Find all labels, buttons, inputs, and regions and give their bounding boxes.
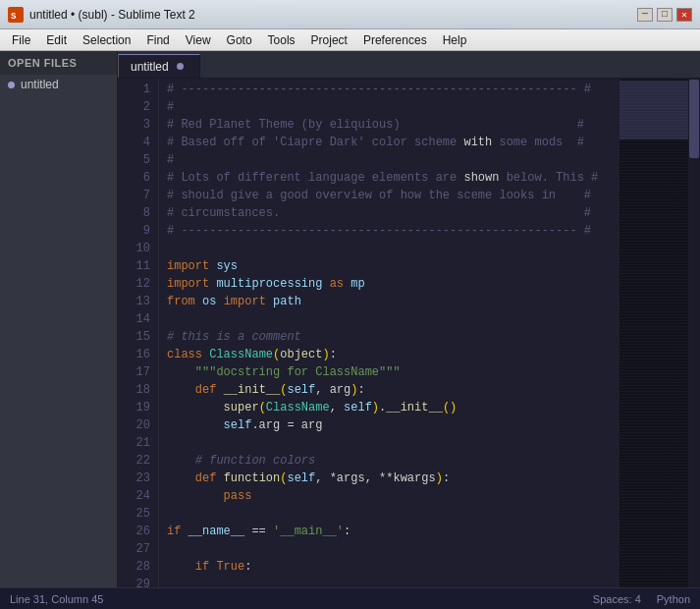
line-number: 11 (118, 257, 150, 275)
tab-modified-dot (177, 63, 184, 70)
line-numbers: 1 2 3 4 5 6 7 8 9 10 11 12 13 14 15 16 1… (118, 79, 159, 587)
menubar: FileEditSelectionFindViewGotoToolsProjec… (0, 29, 700, 51)
line-number: 20 (118, 416, 150, 434)
line-number: 12 (118, 275, 150, 293)
open-files-header: OPEN FILES (0, 51, 117, 75)
menu-item-project[interactable]: Project (303, 29, 355, 50)
menu-item-help[interactable]: Help (435, 29, 475, 50)
line-number: 22 (118, 452, 150, 470)
editor-area: untitled 1 2 3 4 5 6 7 8 9 10 11 12 13 1… (118, 51, 700, 587)
sidebar: OPEN FILES untitled (0, 51, 118, 587)
window-controls[interactable]: ─ □ ✕ (637, 8, 692, 22)
maximize-button[interactable]: □ (657, 8, 673, 22)
scrollbar[interactable] (688, 79, 700, 587)
line-number: 16 (118, 346, 150, 363)
svg-text:S: S (11, 12, 17, 22)
status-right: Spaces: 4 Python (593, 593, 690, 605)
line-number: 8 (118, 204, 150, 222)
language-mode[interactable]: Python (657, 593, 690, 605)
line-number: 3 (118, 116, 150, 134)
minimize-button[interactable]: ─ (637, 8, 653, 22)
sidebar-file-untitled[interactable]: untitled (0, 75, 117, 94)
line-number: 17 (118, 363, 150, 381)
menu-item-edit[interactable]: Edit (38, 29, 75, 50)
line-number: 15 (118, 328, 150, 346)
tab-bar: untitled (118, 51, 700, 79)
sidebar-filename: untitled (21, 78, 59, 91)
line-number: 26 (118, 523, 150, 540)
scrollbar-thumb[interactable] (689, 80, 699, 158)
line-number: 23 (118, 470, 150, 487)
line-number: 19 (118, 399, 150, 416)
line-number: 21 (118, 434, 150, 452)
menu-item-view[interactable]: View (178, 29, 219, 50)
code-container: 1 2 3 4 5 6 7 8 9 10 11 12 13 14 15 16 1… (118, 79, 700, 587)
statusbar: Line 31, Column 45 Spaces: 4 Python (0, 587, 700, 609)
menu-item-selection[interactable]: Selection (75, 29, 138, 50)
line-number: 10 (118, 240, 150, 257)
indentation-info[interactable]: Spaces: 4 (593, 593, 641, 605)
tab-label: untitled (131, 60, 169, 74)
line-number: 2 (118, 98, 150, 116)
line-number: 28 (118, 558, 150, 576)
menu-item-find[interactable]: Find (138, 29, 177, 50)
menu-item-goto[interactable]: Goto (219, 29, 260, 50)
line-number: 27 (118, 540, 150, 558)
code-editor[interactable]: # --------------------------------------… (159, 79, 619, 587)
line-number: 14 (118, 310, 150, 328)
line-number: 5 (118, 151, 150, 169)
file-dot-icon (8, 82, 15, 88)
line-number: 13 (118, 293, 150, 310)
main-area: OPEN FILES untitled untitled 1 2 3 4 5 6 (0, 51, 700, 587)
window-title: untitled • (subl) - Sublime Text 2 (29, 8, 692, 22)
line-number: 18 (118, 381, 150, 399)
line-number: 29 (118, 576, 150, 587)
menu-item-preferences[interactable]: Preferences (355, 29, 435, 50)
minimap-content (619, 79, 688, 587)
cursor-position: Line 31, Column 45 (10, 593, 103, 605)
line-number: 6 (118, 169, 150, 187)
status-left: Line 31, Column 45 (10, 593, 103, 605)
line-number: 24 (118, 487, 150, 505)
minimap-highlight (619, 81, 688, 139)
line-number: 25 (118, 505, 150, 523)
line-number: 9 (118, 222, 150, 240)
tab-untitled[interactable]: untitled (118, 54, 200, 78)
line-number: 4 (118, 134, 150, 151)
titlebar: S untitled • (subl) - Sublime Text 2 ─ □… (0, 0, 700, 29)
close-button[interactable]: ✕ (676, 8, 692, 22)
menu-item-file[interactable]: File (4, 29, 38, 50)
minimap (619, 79, 688, 587)
menu-item-tools[interactable]: Tools (260, 29, 303, 50)
line-number: 1 (118, 81, 150, 98)
app-icon: S (8, 7, 24, 23)
line-number: 7 (118, 187, 150, 204)
